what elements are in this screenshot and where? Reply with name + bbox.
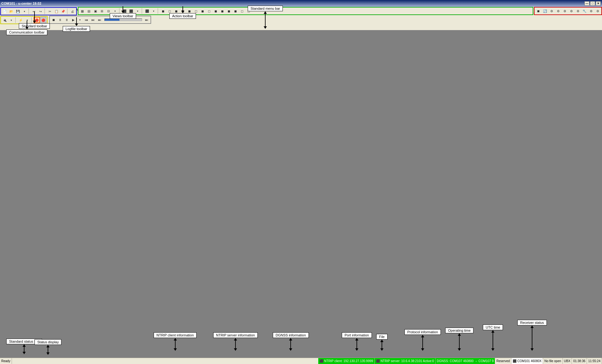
titlebar: COM101 - u-center 19.02 — □ ✕	[0, 0, 602, 7]
view8d-btn[interactable]: ◼	[180, 8, 186, 14]
log-end2[interactable]: ⏭	[144, 17, 150, 23]
act7-btn[interactable]: ⚙	[575, 8, 581, 14]
view-dd[interactable]: ▼	[112, 8, 118, 14]
vsep1	[119, 8, 120, 14]
view7-btn[interactable]: ⬛	[144, 8, 150, 14]
view8b-btn[interactable]: ◻	[166, 8, 173, 14]
titlebar-controls: — □ ✕	[584, 1, 601, 6]
copy-button[interactable]: 📋	[53, 8, 60, 14]
view8f-btn[interactable]: ◻	[193, 8, 199, 14]
act4-btn[interactable]: ⚙	[555, 8, 561, 14]
status-ntrip-client: ⬛ NTRIP client: 192.130.27.135:9999	[318, 358, 375, 364]
view8l-btn[interactable]: ◼	[232, 8, 239, 14]
log-prev[interactable]: ⏮	[83, 17, 90, 23]
view6b-btn[interactable]: ⬛	[128, 8, 134, 14]
status-utc-time: 11:55:24	[587, 358, 602, 364]
status-reserved: Reserved	[495, 358, 511, 364]
standard-toolbar: 📄 📂 💾 ▼ ↩ ↪ ✂ 📋 📌 🖨	[0, 7, 77, 15]
comm-rate-dd[interactable]: ▼	[24, 17, 30, 23]
minimize-button[interactable]: —	[584, 1, 589, 6]
view8m-btn[interactable]: ◻	[239, 8, 245, 14]
redo-button[interactable]: ↪	[37, 8, 44, 14]
main-content	[0, 30, 602, 358]
views-toolbar: ▦ ▤ ▣ ⊞ ⊟ ▼ ⬛ ⬛ ▼ ⬛ ▼ ◼ ◻ ◼ ◼ ◼ ◻ ◼ ◻ ◼ …	[78, 7, 533, 15]
log-play[interactable]: ▶	[70, 17, 77, 23]
separator2	[45, 8, 46, 14]
toolbar-area: 📄 📂 💾 ▼ ↩ ↪ ✂ 📋 📌 🖨 ▦ ▤ ▣ ⊞ ⊟ ▼ ⬛ ⬛ ▼	[0, 7, 602, 24]
csep1	[15, 17, 17, 23]
csep2	[31, 17, 33, 23]
act3-btn[interactable]: ⚙	[548, 8, 555, 14]
status-port: ⬛ COM101 46080X	[511, 358, 543, 364]
titlebar-title: COM101 - u-center 19.02	[1, 2, 41, 5]
separator1	[29, 8, 30, 14]
view8c-btn[interactable]: ◼	[173, 8, 179, 14]
new-button[interactable]: 📄	[2, 8, 8, 14]
statusbar: Ready ⬛ NTRIP client: 192.130.27.135:999…	[0, 358, 602, 364]
act6-btn[interactable]: ⚙	[568, 8, 574, 14]
open-button[interactable]: 📂	[8, 8, 14, 14]
view6c-dd[interactable]: ▼	[135, 8, 141, 14]
act10-btn[interactable]: ⚙	[594, 8, 601, 14]
status-dgnss: DGNSS: COM107 460800 → COM107 9	[436, 358, 495, 364]
log-play-dd[interactable]: ▼	[77, 17, 83, 23]
toolbar-row2: 🔌 ▼ ⚡ ▼ 🔴 🔴 ⏹ ⏸ ⏸ ▶ ▼ ⏮ ⏭ ⏭ ⏭	[0, 16, 602, 24]
view6-btn[interactable]: ⬛	[121, 8, 128, 14]
vsep2	[142, 8, 143, 14]
status-operating-time: 01:38:36	[572, 358, 587, 364]
view8j-btn[interactable]: ◼	[219, 8, 225, 14]
log-pause2[interactable]: ⏸	[64, 17, 70, 23]
act1-btn[interactable]: ⏹	[535, 8, 541, 14]
status-ntrip-server: ⬛ NTRIP server: 10.6.4.38:2101 Active:0	[375, 358, 436, 364]
close-button[interactable]: ✕	[596, 1, 601, 6]
status-protocol: UBX	[563, 358, 572, 364]
save-button[interactable]: 💾	[15, 8, 21, 14]
toolbar-row1: 📄 📂 💾 ▼ ↩ ↪ ✂ 📋 📌 🖨 ▦ ▤ ▣ ⊞ ⊟ ▼ ⬛ ⬛ ▼	[0, 7, 602, 16]
log-stop[interactable]: ⏹	[50, 17, 57, 23]
view8-btn[interactable]: ◼	[160, 8, 166, 14]
undo-button[interactable]: ↩	[31, 8, 37, 14]
view4-btn[interactable]: ⊞	[99, 8, 105, 14]
maximize-button[interactable]: □	[590, 1, 595, 6]
vsep3	[158, 8, 159, 14]
log-end[interactable]: ⏭	[97, 17, 103, 23]
action-toolbar: ⏹ 🔄 ⚙ ⚙ ⚙ ⚙ ⚙ 🔧 ⚙ ⚙	[534, 7, 602, 15]
print-button[interactable]: 🖨	[69, 8, 76, 14]
cut-button[interactable]: ✂	[47, 8, 53, 14]
view1-btn[interactable]: ▦	[79, 8, 85, 14]
comm-rate[interactable]: ⚡	[18, 17, 24, 23]
status-ready: Ready	[0, 358, 12, 364]
view3-btn[interactable]: ▣	[92, 8, 98, 14]
save-dropdown[interactable]: ▼	[21, 8, 28, 14]
view8k-btn[interactable]: ◼	[226, 8, 232, 14]
view8g-btn[interactable]: ◼	[199, 8, 206, 14]
act9-btn[interactable]: ⚙	[588, 8, 594, 14]
comm-dd[interactable]: ▼	[8, 17, 14, 23]
act2-btn[interactable]: 🔄	[542, 8, 548, 14]
paste-button[interactable]: 📌	[60, 8, 66, 14]
view8h-btn[interactable]: ◻	[206, 8, 212, 14]
act8-btn[interactable]: 🔧	[581, 8, 588, 14]
comm-active2[interactable]: 🔴	[40, 17, 46, 23]
comm-toolbar: 🔌 ▼ ⚡ ▼ 🔴 🔴	[0, 16, 48, 24]
status-file: No file open	[543, 358, 562, 364]
log-slider[interactable]	[104, 18, 142, 21]
separator3	[67, 8, 68, 14]
logfile-toolbar: ⏹ ⏸ ⏸ ▶ ▼ ⏮ ⏭ ⏭ ⏭	[49, 16, 151, 24]
view7b-dd[interactable]: ▼	[150, 8, 157, 14]
view8e-btn[interactable]: ◼	[186, 8, 193, 14]
log-next[interactable]: ⏭	[90, 17, 96, 23]
log-pause[interactable]: ⏸	[57, 17, 63, 23]
view8n-btn[interactable]: ◻	[246, 8, 252, 14]
view2-btn[interactable]: ▤	[86, 8, 92, 14]
comm-active[interactable]: 🔴	[34, 17, 40, 23]
act5-btn[interactable]: ⚙	[562, 8, 568, 14]
view5-btn[interactable]: ⊟	[105, 8, 112, 14]
view8i-btn[interactable]: ◼	[213, 8, 219, 14]
comm-connect[interactable]: 🔌	[2, 17, 8, 23]
